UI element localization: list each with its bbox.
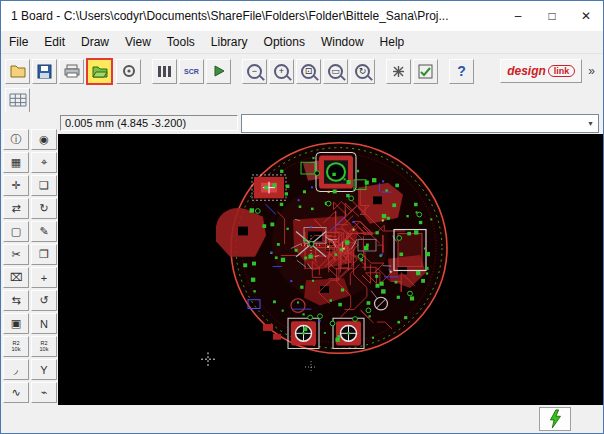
run-button[interactable] <box>206 59 231 84</box>
coordinate-display: 0.005 mm (4.845 -3.200) <box>60 115 238 131</box>
tool-group-button[interactable]: ▢ <box>3 221 29 242</box>
tool-route-button[interactable]: ∿ <box>3 382 29 403</box>
tool-name-button[interactable]: N <box>31 313 57 334</box>
cam-icon <box>122 64 136 78</box>
menu-tools[interactable]: Tools <box>159 31 203 53</box>
tool-add-button[interactable]: + <box>31 267 57 288</box>
tool-ripup-button[interactable]: ⌁ <box>31 382 57 403</box>
command-input[interactable] <box>242 117 583 129</box>
save-icon <box>37 64 52 79</box>
window-title: 1 Board - C:\Users\codyr\Documents\Share… <box>1 9 501 23</box>
help-button[interactable]: ? <box>449 59 474 84</box>
tool-cut-button[interactable]: ✂ <box>3 244 29 265</box>
menu-help[interactable]: Help <box>372 31 413 53</box>
main-toolbar: SCR − + ⊡ ▭ ↻ ? design <box>1 54 603 88</box>
print-icon <box>64 64 80 78</box>
drc-icon <box>418 64 433 79</box>
design-link-word2: link <box>548 65 576 77</box>
tool-mark-button[interactable]: ⌖ <box>31 152 57 173</box>
grid-icon <box>9 93 27 107</box>
tool-value-button[interactable]: R2 10k <box>31 336 57 357</box>
run-icon <box>212 64 226 78</box>
tool-split-button[interactable]: Y <box>31 359 57 380</box>
content-row: ⓘ ◉ ▦ ⌖ ✛ ❏ ⇄ ↻ ▢ ✎ ✂ ❐ ⌧ + ⇆ ↺ ▣ N R2 1… <box>1 112 603 405</box>
menu-options[interactable]: Options <box>256 31 313 53</box>
tool-mirror-button[interactable]: ⇄ <box>3 198 29 219</box>
tool-change-button[interactable]: ✎ <box>31 221 57 242</box>
columns-icon <box>157 65 173 78</box>
tool-move-button[interactable]: ✛ <box>3 175 29 196</box>
tool-delete-button[interactable]: ⌧ <box>3 267 29 288</box>
script-button[interactable]: SCR <box>179 59 204 84</box>
tool-smash-button[interactable]: R2 10k <box>3 336 29 357</box>
menu-library[interactable]: Library <box>203 31 256 53</box>
tool-replace-button[interactable]: ↺ <box>31 290 57 311</box>
help-icon: ? <box>457 63 466 79</box>
print-button[interactable] <box>59 59 84 84</box>
board-canvas[interactable] <box>58 134 603 405</box>
lightning-icon <box>547 409 563 429</box>
menu-file[interactable]: File <box>1 31 36 53</box>
pcb-board-graphic <box>58 134 603 405</box>
zoom-fit-icon: ⊡ <box>301 64 316 79</box>
design-link-word1: design <box>507 64 546 78</box>
zoom-select-button[interactable]: ▭ <box>323 59 348 84</box>
zoom-redraw-icon: ↻ <box>355 64 370 79</box>
tool-info-button[interactable]: ⓘ <box>3 129 29 150</box>
drc-button[interactable] <box>413 59 438 84</box>
board-schematic-switch-button[interactable] <box>88 59 111 84</box>
open-button[interactable] <box>5 59 30 84</box>
grid-button[interactable] <box>5 88 30 113</box>
close-button[interactable]: ✕ <box>569 1 603 31</box>
tool-pinswap-button[interactable]: ⇆ <box>3 290 29 311</box>
cam-button[interactable] <box>116 59 141 84</box>
secondary-toolbar <box>1 88 603 112</box>
menu-window[interactable]: Window <box>313 31 372 53</box>
columns-button[interactable] <box>152 59 177 84</box>
status-bar <box>1 405 603 433</box>
zoom-fit-button[interactable]: ⊡ <box>296 59 321 84</box>
zoom-in-icon: + <box>274 64 289 79</box>
zoom-in-button[interactable]: + <box>269 59 294 84</box>
menu-bar: File Edit Draw View Tools Library Option… <box>1 31 603 54</box>
script-icon: SCR <box>184 68 199 75</box>
maximize-button[interactable]: □ <box>535 1 569 31</box>
parameter-bar: 0.005 mm (4.845 -3.200) ▾ <box>58 112 603 134</box>
zoom-out-button[interactable]: − <box>242 59 267 84</box>
highlight-box <box>86 58 113 85</box>
design-link-button[interactable]: design link <box>500 59 582 83</box>
tool-paste-button[interactable]: ❐ <box>31 244 57 265</box>
title-bar: 1 Board - C:\Users\codyr\Documents\Share… <box>1 1 603 31</box>
toolbar-overflow-button[interactable]: » <box>582 64 599 78</box>
app-window: 1 Board - C:\Users\codyr\Documents\Share… <box>0 0 604 434</box>
tool-miter-button[interactable]: ◞ <box>3 359 29 380</box>
command-combobox[interactable]: ▾ <box>241 114 599 133</box>
tool-palette: ⓘ ◉ ▦ ⌖ ✛ ❏ ⇄ ↻ ▢ ✎ ✂ ❐ ⌧ + ⇆ ↺ ▣ N R2 1… <box>1 112 58 405</box>
menu-draw[interactable]: Draw <box>73 31 117 53</box>
zoom-redraw-button[interactable]: ↻ <box>350 59 375 84</box>
tool-copy-button[interactable]: ❏ <box>31 175 57 196</box>
minimize-button[interactable]: – <box>501 1 535 31</box>
ratsnest-icon <box>391 64 406 79</box>
menu-view[interactable]: View <box>117 31 159 53</box>
tool-lock-button[interactable]: ▣ <box>3 313 29 334</box>
board-icon <box>92 65 108 78</box>
zoom-out-icon: − <box>247 64 262 79</box>
tool-show-button[interactable]: ◉ <box>31 129 57 150</box>
save-button[interactable] <box>32 59 57 84</box>
tool-display-button[interactable]: ▦ <box>3 152 29 173</box>
tool-rotate-button[interactable]: ↻ <box>31 198 57 219</box>
chevron-down-icon[interactable]: ▾ <box>583 115 598 132</box>
zoom-select-icon: ▭ <box>328 64 343 79</box>
drc-errors-button[interactable] <box>539 407 571 431</box>
menu-edit[interactable]: Edit <box>36 31 73 53</box>
ratsnest-button[interactable] <box>386 59 411 84</box>
open-icon <box>10 65 26 78</box>
